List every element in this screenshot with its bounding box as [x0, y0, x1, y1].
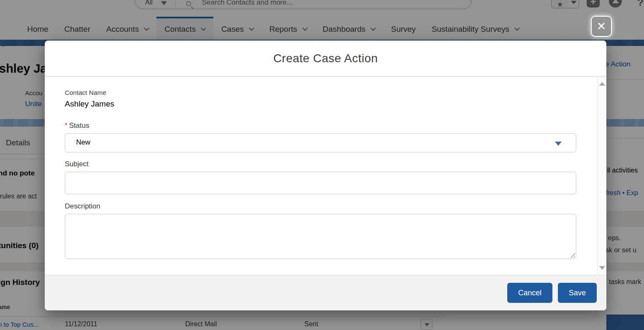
- modal-title: Create Case Action: [273, 52, 378, 65]
- contact-name-value: Ashley James: [65, 99, 576, 109]
- subject-input[interactable]: [65, 172, 576, 194]
- combobox-caret-icon: [555, 142, 562, 146]
- cancel-button[interactable]: Cancel: [507, 283, 552, 303]
- create-case-action-modal: Create Case Action Contact Name Ashley J…: [45, 41, 606, 310]
- screen: All ★ + ? e Home Chatter Accounts Contac…: [0, 0, 644, 330]
- description-label: Description: [65, 202, 576, 211]
- status-combobox[interactable]: New: [65, 133, 576, 152]
- contact-name-label: Contact Name: [65, 89, 576, 96]
- modal-header: Create Case Action: [45, 41, 606, 77]
- subject-label: Subject: [65, 160, 576, 168]
- modal-scrollbar[interactable]: [597, 77, 606, 275]
- description-textarea[interactable]: [65, 214, 576, 259]
- status-label: *Status: [65, 122, 576, 130]
- modal-body: Contact Name Ashley James *Status New Su…: [45, 77, 606, 275]
- scroll-down-icon[interactable]: [599, 266, 605, 270]
- close-icon[interactable]: ✕: [591, 16, 612, 37]
- save-button[interactable]: Save: [558, 283, 597, 303]
- status-selected-value: New: [76, 138, 90, 147]
- modal-footer: Cancel Save: [45, 275, 606, 310]
- required-marker: *: [65, 122, 67, 129]
- scroll-up-icon[interactable]: [599, 82, 605, 86]
